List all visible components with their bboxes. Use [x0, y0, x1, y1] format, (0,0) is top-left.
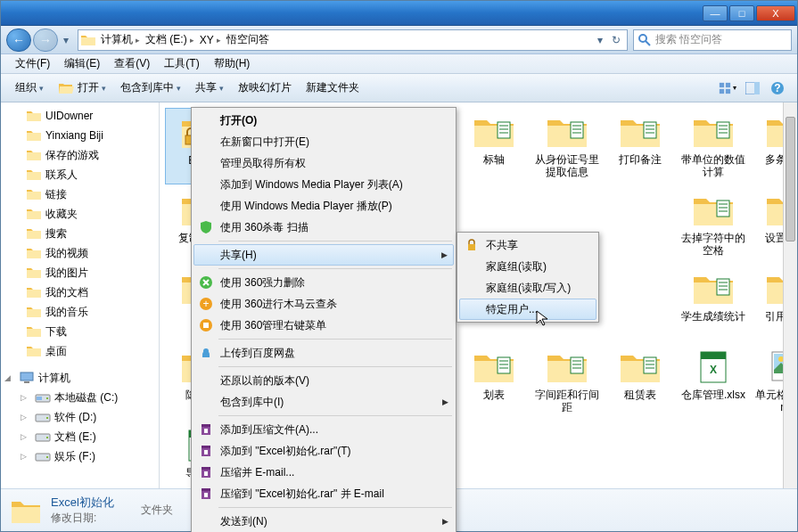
sidebar-item[interactable]: Yinxiang Biji	[1, 126, 159, 145]
context-menu-item[interactable]: 使用 360管理右键菜单	[193, 315, 454, 336]
sidebar-item[interactable]: 链接	[1, 184, 159, 204]
file-item[interactable]: 划表	[457, 343, 531, 420]
sidebar-drive[interactable]: ▷软件 (D:)	[1, 407, 159, 427]
sidebar-computer[interactable]: ◢计算机	[1, 368, 159, 388]
context-menu-item[interactable]: 添加到压缩文件(A)...	[193, 419, 454, 440]
view-options-button[interactable]: ▾	[718, 78, 737, 98]
file-name-label: 去掉字符中的空格	[680, 232, 746, 257]
file-name-label: 从身份证号里提取信息	[534, 153, 600, 178]
search-input[interactable]: 搜索 悟空问答	[633, 29, 792, 51]
minimize-button[interactable]: —	[703, 5, 728, 21]
file-item[interactable]: X仓库管理.xlsx	[677, 343, 750, 420]
sidebar-item[interactable]: 搜索	[1, 224, 159, 243]
sidebar-item[interactable]: UIDowner	[1, 106, 159, 126]
sidebar-item-label: 收藏夹	[45, 207, 78, 222]
menu-tools[interactable]: 工具(T)	[157, 54, 206, 73]
close-button[interactable]: X	[756, 5, 795, 21]
open-button[interactable]: 打开▾	[51, 77, 113, 99]
menu-help[interactable]: 帮助(H)	[207, 54, 258, 73]
breadcrumb[interactable]: 悟空问答	[224, 30, 272, 50]
sidebar-item[interactable]: 下载	[1, 322, 159, 341]
svg-rect-46	[717, 201, 729, 217]
menu-view[interactable]: 查看(V)	[107, 54, 157, 73]
context-menu-label: 打开(O)	[220, 113, 257, 128]
context-menu-item[interactable]: 共享(H)▶	[193, 244, 454, 266]
sidebar-item[interactable]: 保存的游戏	[1, 145, 159, 165]
file-item[interactable]: 去掉字符中的空格	[677, 186, 750, 263]
sidebar-item-label: 搜索	[45, 226, 67, 241]
breadcrumb[interactable]: XY▸	[197, 30, 224, 50]
sidebar-item[interactable]: 我的文档	[1, 282, 159, 302]
preview-pane-button[interactable]	[743, 78, 762, 98]
context-menu-item[interactable]: 上传到百度网盘	[193, 342, 454, 364]
context-menu-item[interactable]: 在新窗口中打开(E)	[193, 131, 454, 152]
address-dropdown[interactable]: ▾	[593, 34, 607, 46]
submenu-item[interactable]: 特定用户...	[459, 299, 596, 320]
scrollbar-thumb[interactable]	[786, 117, 795, 241]
context-menu-item[interactable]: 使用 360强力删除	[193, 272, 454, 293]
menu-edit[interactable]: 编辑(E)	[57, 54, 107, 73]
sidebar-item[interactable]: 我的音乐	[1, 302, 159, 322]
file-item[interactable]: 带单位的数值计算	[677, 108, 750, 184]
file-name-label: 带单位的数值计算	[680, 153, 746, 178]
sidebar-drive[interactable]: ▷本地磁盘 (C:)	[1, 388, 159, 407]
submenu-item[interactable]: 家庭组(读取)	[459, 256, 596, 277]
context-menu-label: 压缩并 E-mail...	[220, 465, 294, 480]
sidebar-item[interactable]: 收藏夹	[1, 204, 159, 224]
file-item[interactable]: 租赁表	[604, 343, 677, 420]
help-button[interactable]: ?	[768, 78, 787, 98]
context-menu-item[interactable]: 发送到(N)▶	[193, 511, 454, 532]
svg-rect-98	[202, 424, 210, 427]
submenu-item[interactable]: 家庭组(读取/写入)	[459, 277, 596, 299]
toolbar: 组织▾ 打开▾ 包含到库中▾ 共享▾ 放映幻灯片 新建文件夹 ▾ ?	[1, 74, 797, 102]
file-item[interactable]: 学生成绩统计	[677, 265, 750, 341]
back-button[interactable]: ←	[6, 29, 31, 52]
maximize-button[interactable]: □	[729, 5, 754, 21]
context-menu-item[interactable]: 添加到 Windows Media Player 列表(A)	[193, 174, 454, 195]
sidebar-drive[interactable]: ▷娱乐 (F:)	[1, 446, 159, 466]
context-menu-item[interactable]: 打开(O)	[193, 110, 454, 131]
menubar: 文件(F) 编辑(E) 查看(V) 工具(T) 帮助(H)	[1, 54, 797, 74]
context-menu-item[interactable]: +使用 360进行木马云查杀	[193, 293, 454, 315]
sidebar-item[interactable]: 我的图片	[1, 263, 159, 282]
search-icon	[638, 33, 652, 47]
newfolder-button[interactable]: 新建文件夹	[299, 77, 366, 99]
file-item[interactable]: 从身份证号里提取信息	[531, 108, 604, 184]
share-button[interactable]: 共享▾	[188, 77, 231, 99]
nav-history-dropdown[interactable]: ▾	[60, 29, 72, 52]
breadcrumb[interactable]: 计算机▸	[98, 30, 143, 50]
sidebar-drive[interactable]: ▷文档 (E:)	[1, 427, 159, 446]
context-menu-item[interactable]: 添加到 "Excel初始化.rar"(T)	[193, 440, 454, 462]
submenu-item[interactable]: 不共享	[459, 234, 596, 256]
svg-point-14	[46, 397, 48, 399]
breadcrumb[interactable]: 文档 (E:)▸	[143, 30, 197, 50]
sidebar-item[interactable]: 桌面	[1, 341, 159, 361]
scrollbar[interactable]	[783, 102, 797, 488]
organize-button[interactable]: 组织▾	[8, 77, 51, 99]
context-menu-item[interactable]: 压缩并 E-mail...	[193, 462, 454, 483]
include-button[interactable]: 包含到库中▾	[113, 77, 188, 99]
forward-button[interactable]: →	[33, 29, 58, 52]
sidebar-item[interactable]: 我的视频	[1, 243, 159, 263]
sidebar-item[interactable]: 联系人	[1, 165, 159, 184]
menu-file[interactable]: 文件(F)	[8, 54, 57, 73]
file-item[interactable]: 标轴	[457, 108, 531, 184]
refresh-button[interactable]: ↻	[607, 34, 625, 46]
slideshow-button[interactable]: 放映幻灯片	[231, 77, 299, 99]
file-item[interactable]: 打印备注	[604, 108, 677, 184]
context-menu-item[interactable]: 还原以前的版本(V)	[193, 370, 454, 391]
context-menu-item[interactable]: 使用 Windows Media Player 播放(P)	[193, 195, 454, 217]
sidebar-item-label: 文档 (E:)	[54, 430, 96, 445]
context-menu-item[interactable]: 包含到库中(I)▶	[193, 391, 454, 413]
file-name-label: 租赁表	[624, 389, 656, 401]
file-item[interactable]: 字间距和行间距	[531, 343, 604, 420]
address-bar[interactable]: 计算机▸ 文档 (E:)▸ XY▸ 悟空问答 ▾ ↻	[78, 29, 628, 51]
svg-rect-58	[717, 279, 729, 295]
context-menu-item[interactable]: 管理员取得所有权	[193, 152, 454, 174]
context-menu-item[interactable]: 压缩到 "Excel初始化.rar" 并 E-mail	[193, 483, 454, 504]
context-menu-label: 使用 360杀毒 扫描	[220, 220, 309, 235]
context-menu-item[interactable]: 使用 360杀毒 扫描	[193, 217, 454, 238]
sidebar: UIDownerYinxiang Biji保存的游戏联系人链接收藏夹搜索我的视频…	[1, 102, 160, 488]
file-name-label: 划表	[483, 389, 505, 401]
context-menu-label: 上传到百度网盘	[220, 346, 295, 361]
